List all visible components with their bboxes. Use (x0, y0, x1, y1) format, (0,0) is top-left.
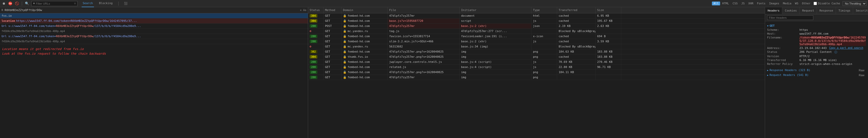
domain-cell: 🔒fembed-hd.com (341, 70, 388, 75)
size-cell: 195.67 KB (596, 19, 621, 23)
response-headers-raw-btn[interactable]: Raw (857, 68, 866, 72)
type-cell: png (531, 70, 557, 75)
case-icon[interactable]: Aa (303, 9, 306, 11)
table-row[interactable]: 200 POST 🔒fembed-hd.com 47dlpfz7zy257mr … (308, 24, 765, 29)
type-filter-fonts[interactable]: Fonts (755, 2, 767, 5)
table-row[interactable]: 382 GET 🔒fembed-hd.com 47dlpfz7zy257mr.p… (308, 49, 765, 55)
toolbar-tabs: Search Blocking ⬛ (82, 0, 710, 7)
type-filter-all[interactable]: All (712, 2, 720, 5)
f4584-subrow-1[interactable]: f4584cd9a200e9bf5afe84a619b1e0bb-480p.mp… (0, 29, 308, 34)
scheme-row: Scheme: https (767, 28, 866, 32)
type-cell: js (531, 19, 557, 23)
domain-cell: 🔒fembed-hd.com (341, 49, 388, 54)
location-url: https://www1547.ff-04.com/token=R0XbHB3e… (16, 19, 137, 23)
f4584-row-2[interactable]: Url s://www1547.ff-04.com/token=R0XbHB3e… (0, 34, 308, 39)
right-tab-timings[interactable]: Timings (836, 7, 853, 14)
tab-blocking[interactable]: Blocking (98, 0, 114, 7)
type-filter-other[interactable]: Other (801, 2, 812, 5)
type-filter-xhr[interactable]: XHR (747, 2, 755, 5)
status-badge: 200 (310, 35, 317, 38)
right-tab-headers[interactable]: Headers (765, 7, 782, 14)
filter-bar[interactable]: ▼ ▽ (31, 1, 78, 6)
disable-cache-label[interactable]: Disable Cache (813, 2, 840, 5)
table-row[interactable]: 200 GET 🔒fembed-hd.com 47dlpfz7zy257mr i… (308, 75, 765, 80)
f4584-row-1[interactable]: Url s://www1547.ff-04.com/token=R0XbHB3e… (0, 24, 308, 29)
table-row[interactable]: 200 GET 🔒fembed-hd.com favicon.ico?v=155… (308, 34, 765, 39)
col-domain[interactable]: Domain (341, 7, 388, 13)
table-row[interactable]: 200 GET 🔒fembed-hd.com 47dlpfz7zy257mr.p… (308, 70, 765, 75)
status-badge: 382 (310, 50, 317, 54)
col-method[interactable]: Method (323, 7, 341, 13)
table-row[interactable]: 200 GET 🔒fembed-hd.com related.js base.j… (308, 65, 765, 70)
host-value: www1547.ff-04.com (800, 32, 829, 35)
initiator-cell: img (460, 55, 531, 59)
network-toolbar: ⏺ ⛔ 🚫 🔍 ▼ ▽ Search Blocking ⬛ All HTML C… (0, 0, 868, 7)
clear-icon[interactable]: 🚫 (14, 1, 20, 6)
col-initiator[interactable]: Initiator (460, 7, 531, 13)
file-cell: 47dlpfz7zy257mr.png?v=1620040025 (388, 55, 460, 59)
location-row[interactable]: location https://www1547.ff-04.com/token… (0, 19, 308, 24)
right-tab-request[interactable]: Request (800, 7, 817, 14)
table-row[interactable]: 200 GET 🔒fembed-hd.com slim-3.2.min.js?c… (308, 39, 765, 44)
copy-search-button[interactable]: Copy a part and search (829, 46, 863, 50)
request-headers-toggle[interactable]: ▶ Request Headers (541 B) (767, 73, 809, 77)
file-cell: 47dlpfz7zy257mr.png?v=1620040025 (388, 70, 460, 75)
type-filter-css[interactable]: CSS (731, 2, 739, 5)
filter-input[interactable] (36, 2, 73, 5)
general-section-toggle[interactable]: ▼ GET (767, 24, 866, 28)
referrer-row: Referrer Policy strict-origin-when-cross… (767, 62, 866, 66)
status-row: Status 206 Partial Content ⓘ (767, 50, 866, 54)
divider2 (118, 2, 119, 6)
clear-url-icon[interactable]: ✕ (300, 8, 302, 12)
blocking-icon[interactable]: ⬛ (123, 1, 128, 6)
type-filter-media[interactable]: Media (781, 2, 793, 5)
tab-search[interactable]: Search (82, 0, 94, 7)
table-row[interactable]: 304 GET 🔒thumb.fvs.io 47dlpfz7zy257mr.pn… (308, 55, 765, 60)
table-row[interactable]: 200 GET 🔒fembed-hd.com jwplayer.core.con… (308, 60, 765, 65)
type-filter-html[interactable]: HTML (721, 2, 731, 5)
scheme-key: Scheme: (767, 28, 798, 32)
request-headers-raw-btn[interactable]: Raw (857, 73, 866, 77)
right-tab-cookies[interactable]: Cookies (782, 7, 800, 14)
col-type[interactable]: Type (531, 7, 557, 13)
transferred-value: 6.16 MB (6.16 MB size) (800, 59, 837, 62)
throttle-select[interactable]: No Throttling (843, 1, 866, 6)
annotation-area: Location means it got redirected from fv… (0, 44, 308, 59)
size-cell: 183.88 KB (596, 55, 621, 59)
method-cell: GET (323, 34, 341, 39)
type-filter-images[interactable]: Images (768, 2, 781, 5)
fvs-url-row[interactable]: fvs.io (0, 13, 308, 19)
stop-icon[interactable]: ⛔ (7, 1, 13, 6)
col-status[interactable]: Status (308, 7, 323, 13)
method-cell: GET (323, 44, 341, 49)
disable-cache-checkbox[interactable] (813, 2, 817, 5)
record-icon[interactable]: ⏺ (2, 1, 6, 6)
table-row[interactable]: ⊘ GET 🔒mc.yandex.ru 56313682 base.js:34 … (308, 44, 765, 49)
method-cell: GET (323, 29, 341, 34)
right-tab-security[interactable]: Security (853, 7, 868, 14)
col-file[interactable]: File (388, 7, 460, 13)
token-highlight: R0XbHB3eZZtpQFftUprDOw (811, 36, 849, 39)
f4584-url-2: Url s://www1547.ff-04.com/token=R0XbHB3e… (2, 35, 141, 38)
initiator-cell: faviconLoader.jsm:191 (i... (460, 34, 531, 39)
transferred-cell: cached (557, 39, 596, 44)
address-value: 23.19.64.102:443 (800, 46, 827, 50)
col-transferred[interactable]: Transferred (557, 7, 596, 13)
f4584-subrow-2[interactable]: f4584cd9a200e9bf5afe84a619b1e0bb-480p.mp… (0, 39, 308, 44)
table-row[interactable]: 304 GET 🔒fembed-hd.com base.js?v=1595607… (308, 19, 765, 24)
filter-icon[interactable]: 🔍 (24, 1, 30, 6)
type-filter-js[interactable]: JS (740, 2, 746, 5)
type-filter-ws[interactable]: WS (794, 2, 800, 5)
type-cell (531, 29, 557, 34)
filter-headers-input[interactable] (767, 15, 813, 20)
f4584-file-1: f4584cd9a200e9bf5afe84a619b1e0bb-480p.mp… (2, 30, 65, 33)
right-tab-response[interactable]: Response (817, 7, 836, 14)
size-cell: 3.59 KB (596, 39, 621, 44)
fvs-url-text: fvs.io (2, 14, 12, 18)
response-headers-section: ▶ Response Headers (323 B) Raw (767, 68, 866, 73)
col-size[interactable]: Size (596, 7, 621, 13)
status-info-icon[interactable]: ⓘ (834, 50, 837, 54)
table-row[interactable]: ⊘ GET 🔒mc.yandex.ru tag.js 47dlpfz7zy257… (308, 29, 765, 34)
table-row[interactable]: 304 GET 🔒fembed-hd.com 47dlpfz7zy257mr d… (308, 13, 765, 19)
response-headers-toggle[interactable]: ▶ Response Headers (323 B) (767, 68, 810, 72)
